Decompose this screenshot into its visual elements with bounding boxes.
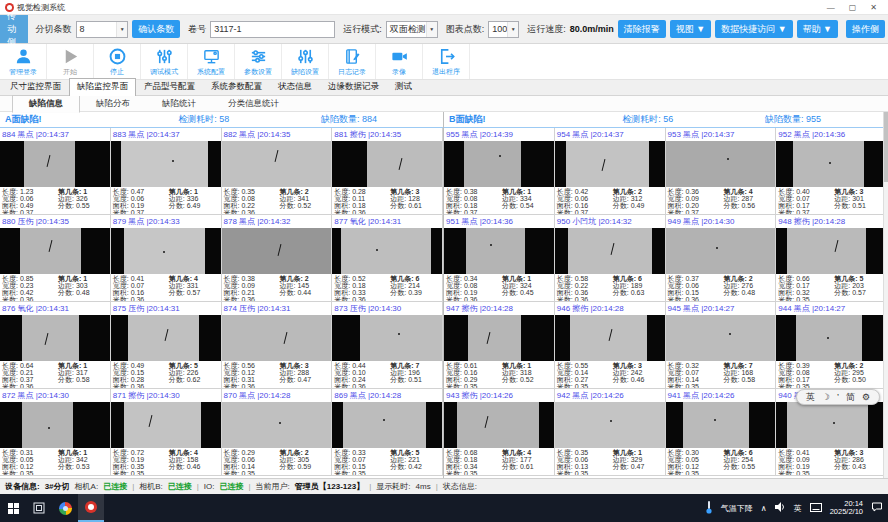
defect-cell[interactable]: 954 黑点 |20:14:37长度: 0.42宽度: 0.06面积: 0.16… [555,128,666,215]
task-view-button[interactable] [26,494,52,522]
defect-thumbnail[interactable] [332,315,442,361]
browser-icon[interactable] [52,494,78,522]
defect-thumbnail[interactable] [666,315,776,361]
defect-thumbnail[interactable] [444,141,554,187]
run-mode-select[interactable]: 双面检测 ▼ [386,21,438,38]
defect-thumbnail[interactable] [0,402,110,448]
tab-status-info[interactable]: 状态信息 [270,78,320,95]
defect-thumbnail[interactable] [666,141,776,187]
tab-defect-monitor[interactable]: 缺陷监控界面 [69,78,136,96]
defect-cell[interactable]: 883 黑点 |20:14:37长度: 0.47宽度: 0.06面积: 0.19… [111,128,222,215]
inspection-app-icon[interactable] [78,494,104,522]
defect-cell[interactable]: 949 黑点 |20:14:30长度: 0.37宽度: 0.06面积: 0.15… [666,215,777,302]
data-quick-access-button[interactable]: 数据快捷访问 ▼ [715,20,792,38]
defect-cell[interactable]: 946 擦伤 |20:14:28长度: 0.55宽度: 0.14面积: 0.27… [555,302,666,389]
operator-side-button[interactable]: 操作侧 [846,20,885,38]
defect-cell[interactable]: 879 黑点 |20:14:33长度: 0.41宽度: 0.07面积: 0.16… [111,215,222,302]
ime-language-bar[interactable]: 英☽’简⚙ [796,389,880,405]
tab-edge-data-record[interactable]: 边缘数据记录 [320,78,387,95]
defect-cell[interactable]: 884 黑点 |20:14:37长度: 1.23宽度: 0.06面积: 0.49… [0,128,111,215]
defect-cell[interactable]: 950 小凹坑 |20:14:32长度: 0.58宽度: 0.22面积: 0.3… [555,215,666,302]
language-indicator[interactable]: 英 [794,503,802,514]
help-menu-button[interactable]: 帮助 ▼ [797,20,838,38]
defect-cell[interactable]: 869 黑点 |20:14:28长度: 0.33宽度: 0.07面积: 0.15… [332,389,443,476]
defect-cell[interactable]: 870 黑点 |20:14:28长度: 0.29宽度: 0.06面积: 0.14… [222,389,333,476]
defect-thumbnail[interactable] [222,141,332,187]
defect-thumbnail[interactable] [776,402,886,448]
defect-cell[interactable]: 880 压伤 |20:14:35长度: 0.85宽度: 0.23面积: 0.42… [0,215,111,302]
defect-thumbnail[interactable] [222,315,332,361]
weather-text[interactable]: 气温下降 [721,503,753,514]
log-record-button[interactable]: 日志记录 [329,44,376,79]
defect-cell[interactable]: 871 擦伤 |20:14:30长度: 0.72宽度: 0.19面积: 0.35… [111,389,222,476]
defect-cell[interactable]: 947 擦伤 |20:14:28长度: 0.61宽度: 0.16面积: 0.29… [444,302,555,389]
defect-cell[interactable]: 942 黑点 |20:14:26长度: 0.35宽度: 0.06面积: 0.13… [555,389,666,476]
defect-cell[interactable]: 878 黑点 |20:14:32长度: 0.38宽度: 0.09面积: 0.21… [222,215,333,302]
defect-thumbnail[interactable] [776,228,886,274]
defect-thumbnail[interactable] [222,402,332,448]
defect-cell[interactable]: 943 擦伤 |20:14:26长度: 0.68宽度: 0.18面积: 0.34… [444,389,555,476]
defect-thumbnail[interactable] [555,228,665,274]
system-config-button[interactable]: 系统配置 [188,44,235,79]
defect-cell[interactable]: 876 氧化 |20:14:31长度: 0.64宽度: 0.21面积: 0.37… [0,302,111,389]
ime-lang-cn[interactable]: 简 [846,391,855,404]
defect-thumbnail[interactable] [111,228,221,274]
action-center-icon[interactable] [871,501,883,515]
defect-thumbnail[interactable] [555,402,665,448]
maximize-button[interactable]: ▢ [849,3,857,12]
close-button[interactable]: ✕ [870,3,877,12]
tab-test[interactable]: 测试 [387,78,420,95]
defect-cell[interactable]: 882 黑点 |20:14:35长度: 0.35宽度: 0.08面积: 0.22… [222,128,333,215]
defect-cell[interactable]: 952 黑点 |20:14:36长度: 0.40宽度: 0.07面积: 0.17… [776,128,887,215]
scrollbar-thumb[interactable] [884,112,888,182]
defect-thumbnail[interactable] [332,141,442,187]
speaker-icon[interactable] [775,502,786,514]
start-button[interactable] [0,494,26,522]
vertical-scrollbar[interactable] [883,112,888,478]
defect-thumbnail[interactable] [444,402,554,448]
defect-cell[interactable]: 874 压伤 |20:14:31长度: 0.56宽度: 0.12面积: 0.31… [222,302,333,389]
taskbar-clock[interactable]: 20:14 2025/2/10 [830,500,863,517]
defect-cell[interactable]: 955 黑点 |20:14:39长度: 0.38宽度: 0.08面积: 0.18… [444,128,555,215]
defect-cell[interactable]: 953 黑点 |20:14:37长度: 0.36宽度: 0.09面积: 0.20… [666,128,777,215]
defect-thumbnail[interactable] [444,228,554,274]
drive-side-button[interactable]: 传动侧 [0,15,28,43]
defect-cell[interactable]: 877 氧化 |20:14:31长度: 0.52宽度: 0.18面积: 0.33… [332,215,443,302]
ime-lang-en[interactable]: 英 [806,391,815,404]
defect-thumbnail[interactable] [332,402,442,448]
defect-thumbnail[interactable] [555,315,665,361]
param-settings-button[interactable]: 参数设置 [235,44,282,79]
defect-cell[interactable]: 881 擦伤 |20:14:35长度: 0.28宽度: 0.11面积: 0.18… [332,128,443,215]
ime-apostrophe[interactable]: ’ [837,392,839,402]
roll-number-input[interactable] [210,21,335,38]
defect-cell[interactable]: 875 压伤 |20:14:31长度: 0.49宽度: 0.15面积: 0.28… [111,302,222,389]
defect-thumbnail[interactable] [332,228,442,274]
defect-thumbnail[interactable] [0,315,110,361]
tab-size-monitor[interactable]: 尺寸监控界面 [2,78,69,95]
defect-thumbnail[interactable] [111,402,221,448]
ime-gear-icon[interactable]: ⚙ [862,392,870,402]
subtab-class-info-statistics[interactable]: 分类信息统计 [212,96,295,112]
defect-cell[interactable]: 951 黑点 |20:14:36长度: 0.34宽度: 0.08面积: 0.19… [444,215,555,302]
tab-product-model-config[interactable]: 产品型号配置 [136,78,203,95]
defect-thumbnail[interactable] [444,315,554,361]
defect-thumbnail[interactable] [0,228,110,274]
defect-thumbnail[interactable] [666,228,776,274]
view-menu-button[interactable]: 视图 ▼ [670,20,711,38]
tray-expand-caret[interactable]: ∧ [761,504,767,513]
defect-cell[interactable]: 941 黑点 |20:14:26长度: 0.30宽度: 0.05面积: 0.12… [666,389,777,476]
defect-cell[interactable]: 873 压伤 |20:14:30长度: 0.44宽度: 0.10面积: 0.24… [332,302,443,389]
tab-system-param-config[interactable]: 系统参数配置 [203,78,270,95]
defect-thumbnail[interactable] [776,141,886,187]
exit-program-button[interactable]: 退出程序 [423,44,470,79]
defect-thumbnail[interactable] [0,141,110,187]
chart-points-select[interactable]: 100 ▼ [488,21,519,38]
confirm-count-button[interactable]: 确认条数 [132,20,180,38]
defect-settings-button[interactable]: 缺陷设置 [282,44,329,79]
defect-thumbnail[interactable] [222,228,332,274]
subtab-defect-info[interactable]: 缺陷信息 [12,95,80,113]
defect-cell[interactable]: 872 黑点 |20:14:30长度: 0.31宽度: 0.05面积: 0.12… [0,389,111,476]
defect-thumbnail[interactable] [111,315,221,361]
defect-cell[interactable]: 944 黑点 |20:14:27长度: 0.39宽度: 0.08面积: 0.17… [776,302,887,389]
slit-count-select[interactable]: 8 ▼ [76,21,129,38]
